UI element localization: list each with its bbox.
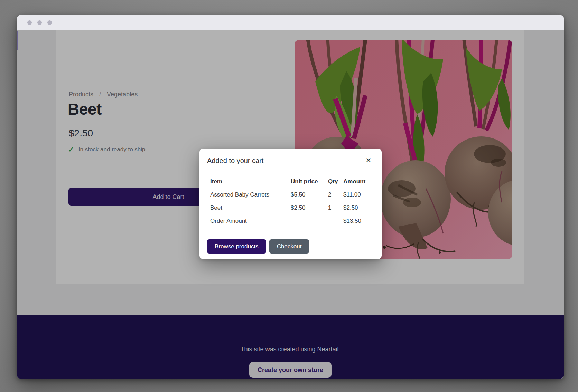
cell-amount: $13.50: [343, 218, 374, 224]
checkout-button[interactable]: Checkout: [269, 239, 309, 254]
cell-unit-price: $5.50: [291, 191, 328, 198]
window-control-dot[interactable]: [37, 20, 42, 25]
cell-item: Order Amount: [207, 218, 291, 224]
cart-modal-actions: Browse products Checkout: [207, 239, 309, 254]
window-control-dot[interactable]: [27, 20, 32, 25]
browse-products-button[interactable]: Browse products: [207, 239, 266, 254]
window-control-dot[interactable]: [47, 20, 52, 25]
cell-qty: 2: [328, 191, 343, 198]
col-header-unit-price: Unit price: [291, 178, 328, 185]
close-icon[interactable]: ✕: [364, 155, 373, 165]
store-page: Products / Vegetables Beet $2.50 ✓ In st…: [17, 30, 564, 379]
col-header-qty: Qty: [328, 178, 343, 185]
desktop-background: Products / Vegetables Beet $2.50 ✓ In st…: [0, 0, 578, 392]
cell-qty: 1: [328, 204, 343, 211]
cart-table-header-row: Item Unit price Qty Amount: [207, 175, 374, 188]
col-header-item: Item: [207, 178, 291, 185]
cart-modal-title: Added to your cart: [207, 157, 374, 165]
col-header-amount: Amount: [343, 178, 374, 185]
cart-modal: Added to your cart ✕ Item Unit price Qty…: [199, 149, 382, 259]
cart-row-carrots: Assorted Baby Carrots $5.50 2 $11.00: [207, 188, 374, 201]
cart-row-beet: Beet $2.50 1 $2.50: [207, 201, 374, 214]
cell-item: Assorted Baby Carrots: [207, 191, 291, 198]
cell-amount: $11.00: [343, 191, 374, 198]
cell-unit-price: $2.50: [291, 204, 328, 211]
cell-item: Beet: [207, 204, 291, 211]
window-titlebar: [17, 15, 564, 30]
cart-table: Item Unit price Qty Amount Assorted Baby…: [207, 175, 374, 228]
cell-amount: $2.50: [343, 204, 374, 211]
browser-window: Products / Vegetables Beet $2.50 ✓ In st…: [17, 15, 564, 379]
cart-row-total: Order Amount $13.50: [207, 214, 374, 228]
